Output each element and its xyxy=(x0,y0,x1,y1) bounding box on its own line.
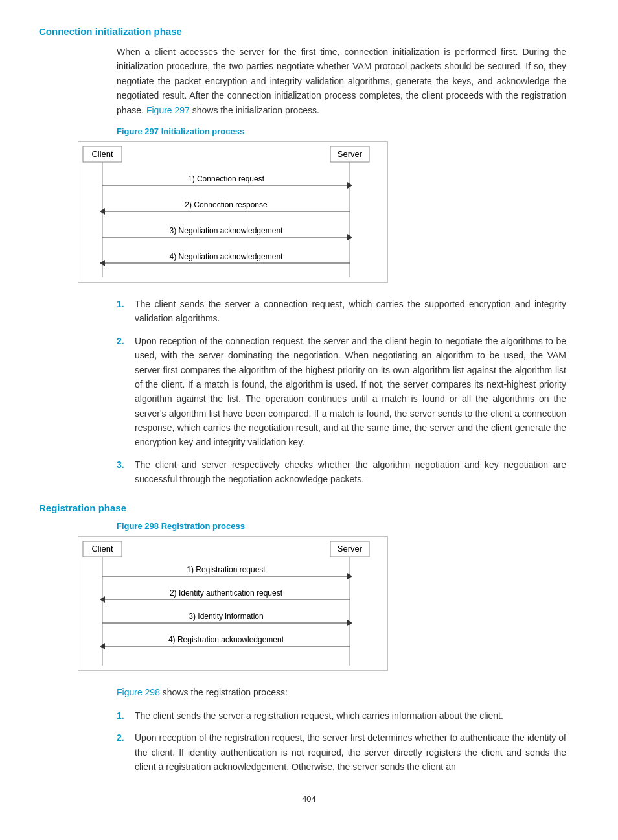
connection-init-heading: Connection initialization phase xyxy=(39,26,579,37)
figure298-link[interactable]: Figure 298 xyxy=(117,687,160,697)
svg-text:3) Negotiation acknowledgement: 3) Negotiation acknowledgement xyxy=(170,226,283,235)
connection-init-section: Connection initialization phase When a c… xyxy=(39,26,579,487)
svg-text:4) Negotiation acknowledgement: 4) Negotiation acknowledgement xyxy=(170,252,283,261)
step-3: 3. The client and server respectively ch… xyxy=(117,458,566,487)
step-2: 2. Upon reception of the connection requ… xyxy=(117,334,566,450)
figure298-title: Figure 298 Registration process xyxy=(117,521,579,531)
svg-text:3) Identity information: 3) Identity information xyxy=(189,612,263,621)
registration-section: Registration phase Figure 298 Registrati… xyxy=(39,502,579,775)
figure297-link[interactable]: Figure 297 xyxy=(146,105,190,115)
svg-text:2) Connection response: 2) Connection response xyxy=(185,200,268,209)
connection-init-body: When a client accesses the server for th… xyxy=(117,45,566,117)
svg-text:4) Registration acknowledgemen: 4) Registration acknowledgement xyxy=(168,635,284,644)
svg-text:Client: Client xyxy=(91,149,113,159)
svg-text:Server: Server xyxy=(338,544,363,554)
reg-step-1: 1. The client sends the server a registr… xyxy=(117,708,566,723)
registration-heading: Registration phase xyxy=(39,502,579,513)
svg-text:Client: Client xyxy=(91,544,113,554)
figure297-diagram: Client Server 1) Connection request 2) C… xyxy=(78,141,389,284)
connection-init-steps: 1. The client sends the server a connect… xyxy=(117,297,566,487)
figure298-diagram: Client Server 1) Registration request 2)… xyxy=(78,536,389,672)
svg-text:Server: Server xyxy=(338,149,363,159)
figure297-title: Figure 297 Initialization process xyxy=(117,126,579,136)
svg-text:2) Identity authentication req: 2) Identity authentication request xyxy=(170,589,283,598)
page-number: 404 xyxy=(39,794,579,804)
svg-text:1) Connection request: 1) Connection request xyxy=(188,174,265,183)
registration-steps: 1. The client sends the server a registr… xyxy=(117,708,566,775)
figure298-caption: Figure 298 shows the registration proces… xyxy=(117,685,566,699)
reg-step-2: 2. Upon reception of the registration re… xyxy=(117,730,566,774)
svg-text:1) Registration request: 1) Registration request xyxy=(187,565,266,574)
step-1: 1. The client sends the server a connect… xyxy=(117,297,566,326)
svg-rect-0 xyxy=(78,141,387,283)
